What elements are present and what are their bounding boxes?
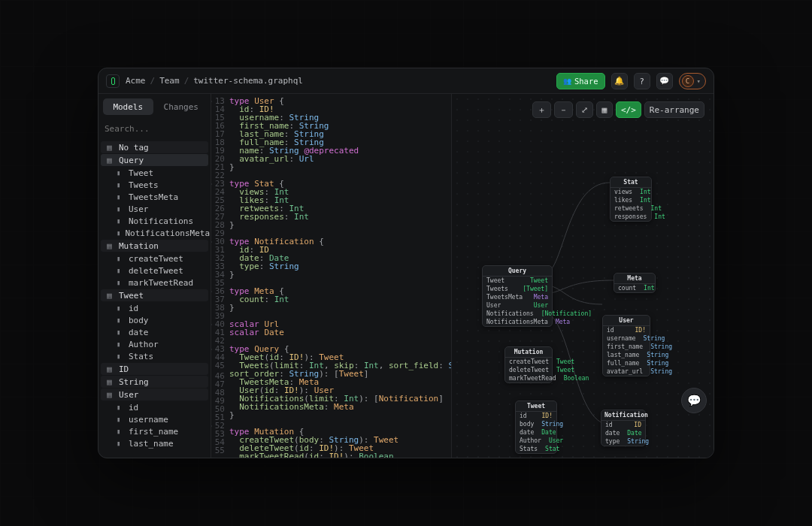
card-field[interactable]: markTweetReadBoolean [505,374,552,382]
zoom-out-icon: － [559,104,568,116]
tree-item[interactable]: ▮first_name [98,425,211,437]
doc-icon: ▮ [117,267,124,274]
tree-group[interactable]: ▦ID [101,363,208,375]
card-field[interactable]: TweetsMetaMeta [483,293,552,301]
card-field[interactable]: deleteTweetTweet [505,366,552,374]
tab-changes[interactable]: Changes [156,98,207,115]
tree-item[interactable]: ▮id [98,302,211,314]
card-field[interactable]: countInt [614,284,655,292]
rearrange-button[interactable]: Re-arrange [644,101,704,118]
fit-button[interactable]: ⤢ [576,101,593,118]
card-tweet[interactable]: Tweet idID!bodyStringdateDateAuthorUserS… [515,401,557,454]
card-field[interactable]: TweetTweet [483,277,552,285]
card-notification[interactable]: Notification idIDdateDatetypeString [601,410,646,446]
card-query[interactable]: Query TweetTweetTweets[Tweet]TweetsMetaM… [482,265,553,327]
tree-group[interactable]: ▦Query [101,154,208,166]
tree-item[interactable]: ▮body [98,314,211,326]
tree-item[interactable]: ▮Tweets [98,179,211,191]
chat-bubble-icon: 💬 [687,394,701,407]
tree-item[interactable]: ▮Tweet [98,167,211,179]
card-title: Meta [614,274,655,284]
card-mutation[interactable]: Mutation createTweetTweetdeleteTweetTwee… [504,346,553,383]
card-meta[interactable]: Meta countInt [614,273,656,293]
tree-item[interactable]: ▮createTweet [98,252,211,265]
tree-group[interactable]: ▦String [101,376,208,388]
zoom-in-button[interactable]: ＋ [532,101,551,118]
tree-group[interactable]: ▦User [101,388,208,401]
card-field[interactable]: dateDate [516,428,556,437]
crumb-file[interactable]: twitter-schema.graphql [193,76,303,86]
app-logo[interactable] [106,74,120,88]
card-field[interactable]: responsesInt [611,213,651,221]
card-field[interactable]: UserUser [483,301,552,310]
app-window: Acme / Team / twitter-schema.graphql 👥 S… [98,68,714,458]
card-field[interactable]: typeString [601,437,645,446]
tree-group[interactable]: ▦Mutation [101,240,208,252]
card-stat[interactable]: Stat viewsIntlikesIntretweetsIntresponse… [610,177,652,222]
tree-item[interactable]: ▮Stats [98,350,211,362]
card-field[interactable]: likesInt [611,196,651,204]
tree-item[interactable]: ▮id [98,401,211,413]
card-field[interactable]: createTweetTweet [505,358,552,366]
card-field[interactable]: usernameString [603,334,650,343]
doc-icon: ▮ [117,328,124,336]
model-tree: ▦No tag▦Query▮Tweet▮Tweets▮TweetsMeta▮Us… [98,141,211,458]
card-field[interactable]: full_nameString [603,359,650,367]
tree-item[interactable]: ▮last_name [98,437,211,449]
card-field[interactable]: idID! [603,326,650,334]
tree-item[interactable]: ▮Author [98,338,211,350]
doc-icon: ▮ [117,255,124,262]
intercom-launcher[interactable]: 💬 [681,388,707,413]
sidebar: Models Changes ▦No tag▦Query▮Tweet▮Tweet… [98,94,211,458]
help-button[interactable]: ? [634,73,650,89]
crumb-team[interactable]: Team [159,76,180,86]
card-field[interactable]: NotificationsMetaMeta [483,318,552,326]
card-user[interactable]: User idID!usernameStringfirst_nameString… [602,315,650,376]
tree-item[interactable]: ▮Notifications [98,215,211,227]
grid-icon: ▦ [602,105,607,115]
card-field[interactable]: idID [601,421,645,429]
doc-icon: ▮ [117,181,124,189]
card-field[interactable]: AuthorUser [516,437,556,445]
share-button[interactable]: 👥 Share [556,73,605,89]
card-field[interactable]: Tweets[Tweet] [483,285,552,293]
code-editor[interactable]: 1314151617181920212223242526272829303132… [211,94,452,458]
card-field[interactable]: dateDate [601,429,645,437]
code-area[interactable]: type User { id: ID! username: String fir… [228,94,451,458]
card-field[interactable]: first_nameString [603,343,650,351]
tree-item[interactable]: ▮date [98,326,211,338]
doc-icon: ▮ [117,416,124,423]
code-view-toggle[interactable]: </> [616,101,641,118]
table-icon: ▦ [107,390,114,400]
tree-group[interactable]: ▦No tag [101,141,208,153]
card-field[interactable]: idID! [516,412,556,420]
card-field[interactable]: viewsInt [611,188,651,196]
tree-item[interactable]: ▮TweetsMeta [98,191,211,203]
tree-item[interactable]: ▮username [98,413,211,425]
card-field[interactable]: StatsStat [516,445,556,453]
schema-canvas[interactable]: ＋ － ⤢ ▦ </> Re-arrange Stat viewsIntlike… [452,94,714,458]
grid-toggle[interactable]: ▦ [596,101,613,118]
card-field[interactable]: avatar_urlString [603,367,650,376]
card-field[interactable]: bodyString [516,420,556,428]
tree-item[interactable]: ▮deleteTweet [98,265,211,277]
tab-models[interactable]: Models [103,98,153,115]
tree-item[interactable]: ▮User [98,203,211,215]
crumb-org[interactable]: Acme [126,76,146,86]
doc-icon: ▮ [117,404,124,411]
tree-item[interactable]: ▮markTweetRead [98,277,211,289]
zoom-out-button[interactable]: － [554,101,573,118]
card-title: Tweet [516,401,556,412]
tree-item[interactable]: ▮NotificationsMeta [98,227,211,239]
card-title: Mutation [505,347,552,358]
account-menu[interactable]: C ▾ [679,73,706,89]
card-field[interactable]: Notifications[Notification] [483,310,552,318]
card-field[interactable]: retweetsInt [611,204,651,213]
table-icon: ▦ [107,241,114,251]
notifications-button[interactable]: 🔔 [611,73,628,89]
card-field[interactable]: last_nameString [603,351,650,359]
tree-group[interactable]: ▦Tweet [101,289,208,301]
chat-button[interactable]: 💬 [656,73,673,89]
search-input[interactable] [105,121,205,136]
zoom-in-icon: ＋ [538,104,546,116]
